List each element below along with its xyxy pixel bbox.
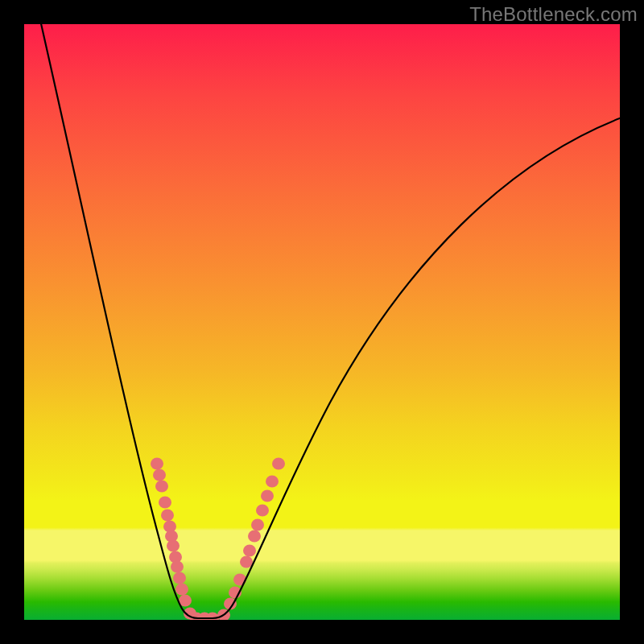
marker-left-1 [153,469,166,481]
watermark-text: TheBottleneck.com [469,3,638,26]
marker-left-10 [173,572,186,584]
marker-left-4 [161,509,174,521]
marker-right-7 [251,518,264,530]
chart-frame: TheBottleneck.com [0,0,644,644]
curve-right-curve [213,117,620,618]
marker-right-11 [272,457,285,469]
chart-svg [24,24,620,620]
plot-area [24,24,620,620]
marker-left-0 [151,457,163,469]
marker-right-8 [256,504,269,516]
marker-left-7 [167,539,180,551]
marker-left-3 [159,496,171,508]
marker-left-2 [155,480,168,492]
curves-layer [40,24,620,618]
marker-right-4 [240,555,253,568]
marker-right-10 [266,475,279,487]
marker-left-9 [171,560,184,572]
curve-left-curve [40,24,213,618]
marker-right-9 [261,489,274,502]
marker-left-11 [175,583,188,595]
marker-right-5 [243,544,256,556]
marker-right-6 [248,530,261,542]
